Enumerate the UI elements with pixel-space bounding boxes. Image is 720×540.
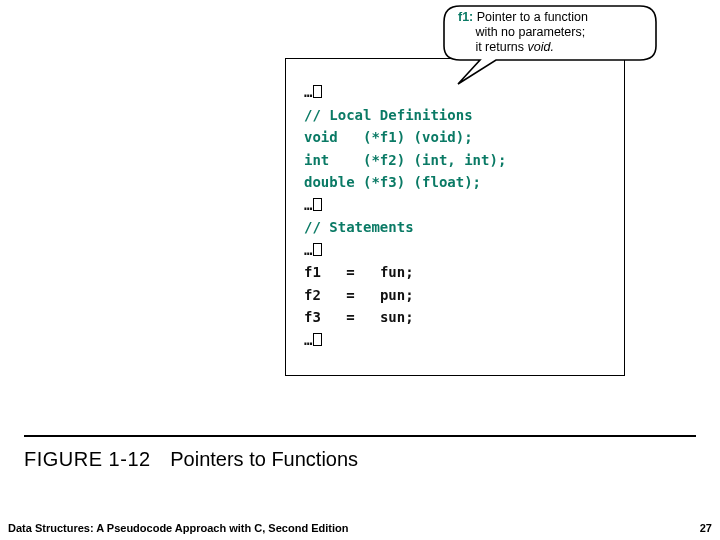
figure-title: Pointers to Functions [170,448,358,470]
code-assign1-rhs: fun; [380,264,414,280]
code-assign2-lhs: f2 [304,287,321,303]
callout-bubble: f1: Pointer to a function with no parame… [440,2,660,66]
code-assign1-lhs: f1 [304,264,321,280]
code-ellipsis-3: … [304,242,312,258]
placeholder-icon [313,243,322,256]
code-type-double: double [304,174,355,190]
placeholder-icon [313,85,322,98]
code-f3-name: (*f3) [363,174,405,190]
code-eq-1: = [346,264,354,280]
code-type-int: int [304,152,329,168]
footer-book-title: Data Structures: A Pseudocode Approach w… [8,522,348,534]
code-f2-params: (int, int); [414,152,507,168]
figure-number: FIGURE 1-12 [24,448,151,470]
code-ellipsis-1: … [304,84,312,100]
figure-divider [24,435,696,437]
code-box: … // Local Definitions void (*f1) (void)… [285,58,625,376]
placeholder-icon [313,333,322,346]
code-eq-2: = [346,287,354,303]
callout-line1: Pointer to a function [477,10,588,24]
code-eq-3: = [346,309,354,325]
code-assign3-lhs: f3 [304,309,321,325]
code-type-void: void [304,129,338,145]
code-f3-params: (float); [414,174,481,190]
callout-f1-label: f1: [458,10,473,24]
callout-line2: with no parameters; [475,25,585,39]
code-listing: … // Local Definitions void (*f1) (void)… [304,81,606,351]
code-assign3-rhs: sun; [380,309,414,325]
callout-void: void. [527,40,553,54]
code-comment-defs: // Local Definitions [304,107,473,123]
code-f1-params: (void); [414,129,473,145]
code-ellipsis-2: … [304,197,312,213]
code-comment-stmts: // Statements [304,219,414,235]
figure-caption: FIGURE 1-12 Pointers to Functions [24,448,358,471]
footer-page-number: 27 [700,522,712,534]
callout-text: f1: Pointer to a function with no parame… [458,10,648,55]
code-f1-name: (*f1) [363,129,405,145]
callout-line3: it returns [475,40,527,54]
placeholder-icon [313,198,322,211]
code-ellipsis-4: … [304,332,312,348]
code-f2-name: (*f2) [363,152,405,168]
code-assign2-rhs: pun; [380,287,414,303]
